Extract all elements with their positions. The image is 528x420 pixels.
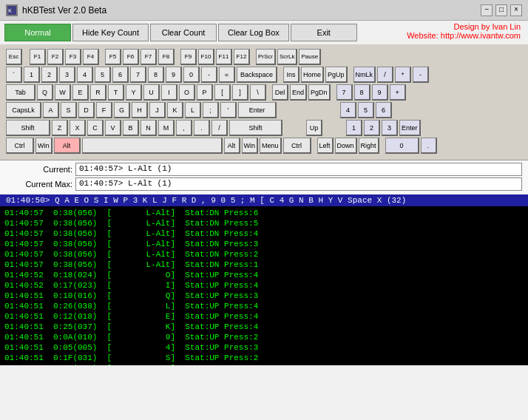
- key-left[interactable]: Left: [317, 138, 334, 154]
- key-np3[interactable]: 3: [382, 120, 398, 136]
- key-r[interactable]: R: [90, 84, 106, 101]
- key-ctrl-left[interactable]: Ctrl: [6, 138, 34, 154]
- key-win-left[interactable]: Win: [35, 138, 53, 154]
- key-9[interactable]: 9: [166, 67, 182, 83]
- key-up[interactable]: Up: [306, 120, 322, 136]
- key-np4[interactable]: 4: [340, 102, 356, 118]
- key-alt-left[interactable]: Alt: [54, 138, 81, 154]
- key-enter[interactable]: Enter: [238, 102, 277, 118]
- key-np-slash[interactable]: /: [377, 67, 393, 83]
- key-down[interactable]: Down: [335, 138, 357, 154]
- key-f12[interactable]: F12: [234, 49, 250, 65]
- key-f10[interactable]: F10: [198, 49, 214, 65]
- key-d[interactable]: D: [78, 102, 95, 118]
- key-np6[interactable]: 6: [376, 102, 392, 118]
- key-t[interactable]: T: [108, 84, 124, 101]
- key-prtsc[interactable]: PrScr: [256, 49, 276, 65]
- minimize-button[interactable]: −: [481, 4, 493, 16]
- key-3[interactable]: 3: [59, 67, 75, 83]
- key-backtick[interactable]: `: [6, 67, 22, 83]
- key-8[interactable]: 8: [148, 67, 164, 83]
- key-g[interactable]: G: [114, 102, 130, 118]
- normal-button[interactable]: Normal: [4, 24, 71, 41]
- key-p[interactable]: P: [197, 84, 213, 101]
- key-np1[interactable]: 1: [346, 120, 362, 136]
- key-del[interactable]: Del: [272, 84, 288, 101]
- key-np-minus[interactable]: -: [413, 67, 429, 83]
- exit-button[interactable]: Exit: [291, 24, 357, 41]
- log-area[interactable]: 01:40:57 0:38(056) [ L-Alt] Stat:DN Pres…: [0, 206, 528, 365]
- key-m[interactable]: M: [158, 120, 175, 136]
- key-numlk[interactable]: NmLk: [353, 67, 376, 83]
- key-a[interactable]: A: [43, 102, 59, 118]
- key-pgdn[interactable]: PgDn: [308, 84, 331, 101]
- key-win-right[interactable]: Win: [242, 138, 259, 154]
- key-f5[interactable]: F5: [105, 49, 121, 65]
- key-right[interactable]: Right: [359, 138, 379, 154]
- key-f3[interactable]: F3: [65, 49, 81, 65]
- key-f9[interactable]: F9: [180, 49, 197, 65]
- key-k[interactable]: K: [167, 102, 183, 118]
- key-capslock[interactable]: CapsLk: [6, 102, 41, 118]
- key-backslash[interactable]: \: [250, 84, 266, 101]
- key-alt-right[interactable]: Alt: [224, 138, 240, 154]
- key-np-star[interactable]: *: [395, 67, 411, 83]
- key-shift-left[interactable]: Shift: [6, 120, 50, 136]
- key-rbracket[interactable]: ]: [232, 84, 248, 101]
- key-n[interactable]: N: [141, 120, 157, 136]
- key-pgup[interactable]: PgUp: [325, 67, 348, 83]
- key-f11[interactable]: F11: [216, 49, 232, 65]
- key-np9[interactable]: 9: [372, 84, 388, 101]
- key-l[interactable]: L: [185, 102, 201, 118]
- key-tab[interactable]: Tab: [6, 84, 35, 101]
- key-np-enter[interactable]: Enter: [399, 120, 421, 136]
- key-semicolon[interactable]: ;: [203, 102, 219, 118]
- key-slash[interactable]: /: [211, 120, 228, 136]
- key-end[interactable]: End: [290, 84, 307, 101]
- key-menu[interactable]: Menu: [260, 138, 282, 154]
- key-ctrl-right[interactable]: Ctrl: [283, 138, 311, 154]
- key-w[interactable]: W: [55, 84, 71, 101]
- key-4[interactable]: 4: [77, 67, 93, 83]
- key-np0[interactable]: 0: [385, 138, 419, 154]
- key-c[interactable]: C: [87, 120, 104, 136]
- key-f4[interactable]: F4: [83, 49, 99, 65]
- key-f8[interactable]: F8: [158, 49, 175, 65]
- key-1[interactable]: 1: [24, 67, 40, 83]
- key-quote[interactable]: ': [220, 102, 237, 118]
- key-7[interactable]: 7: [130, 67, 146, 83]
- key-lbracket[interactable]: [: [214, 84, 231, 101]
- key-np8[interactable]: 8: [354, 84, 370, 101]
- key-j[interactable]: J: [149, 102, 166, 118]
- key-ins[interactable]: Ins: [283, 67, 299, 83]
- key-f[interactable]: F: [96, 102, 112, 118]
- key-s[interactable]: S: [61, 102, 77, 118]
- key-o[interactable]: O: [179, 84, 195, 101]
- key-np5[interactable]: 5: [358, 102, 374, 118]
- maximize-button[interactable]: □: [495, 4, 507, 16]
- key-minus[interactable]: -: [201, 67, 217, 83]
- key-period[interactable]: .: [194, 120, 210, 136]
- clear-log-box-button[interactable]: Clear Log Box: [218, 24, 289, 41]
- key-space[interactable]: [82, 138, 223, 154]
- key-f7[interactable]: F7: [141, 49, 157, 65]
- key-y[interactable]: Y: [126, 84, 142, 101]
- key-6[interactable]: 6: [112, 67, 129, 83]
- key-i[interactable]: I: [161, 84, 177, 101]
- key-z[interactable]: Z: [52, 120, 68, 136]
- key-2[interactable]: 2: [41, 67, 58, 83]
- close-button[interactable]: ×: [510, 4, 522, 16]
- key-np-plus[interactable]: +: [390, 84, 406, 101]
- key-q[interactable]: Q: [37, 84, 53, 101]
- key-f1[interactable]: F1: [30, 49, 46, 65]
- key-5[interactable]: 5: [95, 67, 111, 83]
- key-np7[interactable]: 7: [336, 84, 353, 101]
- key-comma[interactable]: ,: [176, 120, 192, 136]
- key-0[interactable]: 0: [183, 67, 200, 83]
- key-np2[interactable]: 2: [364, 120, 380, 136]
- key-pause[interactable]: Pause: [299, 49, 321, 65]
- key-b[interactable]: B: [123, 120, 139, 136]
- key-esc[interactable]: Esc: [6, 49, 22, 65]
- hide-key-count-button[interactable]: Hide Key Count: [72, 24, 149, 41]
- key-scrlk[interactable]: ScrLk: [277, 49, 297, 65]
